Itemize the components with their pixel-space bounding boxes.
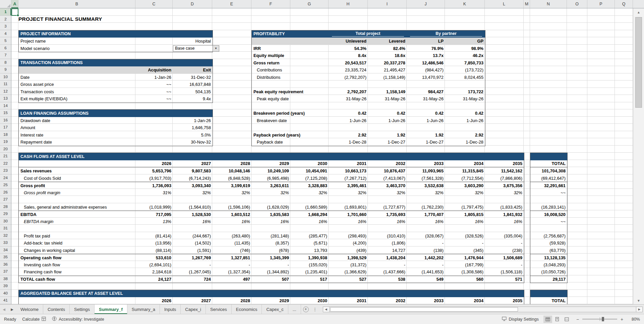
- row-header-27[interactable]: 27: [0, 196, 11, 203]
- cell-value[interactable]: 20,543,517: [329, 59, 368, 67]
- cell-value[interactable]: (439): [329, 247, 368, 254]
- row-header-2[interactable]: 2: [0, 16, 11, 23]
- cell-value[interactable]: 18.6x: [368, 52, 407, 59]
- scroll-left-icon[interactable]: ◀: [323, 307, 330, 312]
- cell-value[interactable]: 16%: [252, 218, 291, 225]
- cell-value[interactable]: ~~: [136, 95, 173, 103]
- row-header-29[interactable]: 29: [0, 210, 11, 218]
- cell-value[interactable]: (2,756,687): [530, 232, 567, 240]
- cell-value[interactable]: (69,412,647): [530, 175, 567, 182]
- cell-value[interactable]: 517: [291, 276, 329, 283]
- cell-value[interactable]: (167,799): [445, 261, 485, 269]
- cell-value[interactable]: 3,093,340: [173, 182, 213, 189]
- cell-value[interactable]: 1,327,851: [213, 254, 252, 261]
- cell-value[interactable]: 527: [329, 276, 368, 283]
- cell-value[interactable]: (4,200): [329, 239, 368, 247]
- cell-value[interactable]: 31-Dec-32: [173, 74, 213, 81]
- row-header-35[interactable]: 35: [0, 254, 11, 261]
- row-header-30[interactable]: 30: [0, 218, 11, 225]
- cell-value[interactable]: [485, 196, 524, 204]
- row-header-28[interactable]: 28: [0, 203, 11, 211]
- row-header-24[interactable]: 24: [0, 174, 11, 182]
- cell-value[interactable]: 32%: [368, 189, 407, 197]
- cell-value[interactable]: 10,663,173: [329, 167, 368, 175]
- cell-value[interactable]: (7,125,208): [291, 175, 329, 182]
- cell-value[interactable]: (238): [485, 247, 524, 254]
- cell-value[interactable]: 2.92: [329, 131, 368, 139]
- row-label[interactable]: Date: [19, 74, 136, 81]
- cell-value[interactable]: (173,722): [445, 66, 485, 74]
- cell-value[interactable]: 1-Dec-27: [407, 139, 445, 146]
- cell-value[interactable]: [368, 124, 407, 131]
- cell-value[interactable]: (263,480): [213, 232, 252, 240]
- sheet-tab-economics[interactable]: Economics: [232, 305, 262, 314]
- cell-value[interactable]: 571: [485, 276, 524, 283]
- cell-value[interactable]: 31-May-26: [329, 95, 368, 103]
- cell-value[interactable]: 46.2x: [445, 52, 485, 59]
- cell-value[interactable]: 5.0%: [136, 131, 213, 139]
- cell-value[interactable]: [252, 196, 291, 204]
- cell-value[interactable]: [368, 103, 407, 110]
- cell-value[interactable]: (1,437,666): [368, 268, 407, 276]
- cell-value[interactable]: 724: [173, 276, 213, 283]
- cell-value[interactable]: 23,335,724: [329, 66, 368, 74]
- cell-value[interactable]: [530, 225, 567, 232]
- row-header-41[interactable]: 41: [0, 297, 11, 304]
- column-header-O[interactable]: O: [567, 0, 587, 8]
- cell-value[interactable]: (7,866,806): [485, 175, 524, 182]
- cell-value[interactable]: 1,805,815: [445, 211, 485, 218]
- cell-value[interactable]: 3,328,883: [291, 182, 329, 189]
- cell-value[interactable]: (1,235,401): [291, 268, 329, 276]
- row-header-10[interactable]: 10: [0, 73, 11, 81]
- cell-value[interactable]: 1-Jun-26: [445, 117, 485, 124]
- row-label[interactable]: Investing cash flow: [19, 261, 136, 269]
- cell-value[interactable]: 1,528,530: [173, 211, 213, 218]
- sheet-tab-services[interactable]: Services: [206, 305, 232, 314]
- horizontal-scroll-track[interactable]: [330, 307, 636, 312]
- cell-value[interactable]: 1,646,758: [136, 124, 213, 131]
- cell-value[interactable]: 1,158,149: [368, 88, 407, 96]
- cell-value[interactable]: [136, 225, 173, 232]
- cell-value[interactable]: (11,435): [213, 239, 252, 247]
- scenario-dropdown[interactable]: Base case▼: [173, 45, 219, 52]
- cell-value[interactable]: 3,603,290: [445, 182, 485, 189]
- row-label[interactable]: Sales revenues: [19, 167, 136, 175]
- cell-value[interactable]: [445, 196, 485, 204]
- cell-value[interactable]: 1-Dec-27: [368, 139, 407, 146]
- horizontal-scroll-thumb[interactable]: [330, 307, 518, 312]
- row-label[interactable]: Transaction costs: [19, 88, 136, 96]
- row-label[interactable]: Exit multiple (EV/EBIDA): [19, 95, 136, 103]
- sheet-tab-capex-i[interactable]: Capex_i: [181, 305, 206, 314]
- row-header-4[interactable]: 4: [0, 30, 11, 38]
- tab-nav-right-icon[interactable]: ▶: [8, 305, 16, 314]
- cell-value[interactable]: 1,770,407: [407, 211, 445, 218]
- row-label[interactable]: [19, 196, 136, 204]
- cell-value[interactable]: (63,770): [530, 247, 567, 254]
- cell-value[interactable]: (59,928): [530, 239, 567, 247]
- cell-value[interactable]: 16,637,848: [173, 81, 213, 88]
- cell-value[interactable]: [173, 196, 213, 204]
- cell-value[interactable]: 13,128,135: [530, 254, 567, 261]
- cell-value[interactable]: (1,727,677): [368, 204, 407, 211]
- row-label[interactable]: [252, 124, 329, 131]
- cell-value[interactable]: (6,985,498): [252, 175, 291, 182]
- column-header-Q[interactable]: Q: [615, 0, 633, 8]
- cell-value[interactable]: (7,413,067): [368, 175, 407, 182]
- row-label[interactable]: Distributions: [252, 74, 329, 81]
- cell-value[interactable]: [252, 225, 291, 232]
- column-header-I[interactable]: I: [368, 0, 407, 8]
- cell-value[interactable]: 538: [368, 276, 407, 283]
- cell-value[interactable]: 1,635,583: [252, 211, 291, 218]
- row-label[interactable]: Model scenario: [19, 45, 136, 52]
- cell-value[interactable]: (155,020): [291, 261, 329, 269]
- cell-value[interactable]: (328,526): [445, 232, 485, 240]
- row-header-3[interactable]: 3: [0, 23, 11, 30]
- row-header-21[interactable]: 21: [0, 153, 11, 160]
- row-header-34[interactable]: 34: [0, 247, 11, 254]
- row-label[interactable]: Gross return: [252, 59, 329, 67]
- cell-value[interactable]: 13.7x: [407, 52, 445, 59]
- cell-value[interactable]: [329, 81, 368, 88]
- cell-value[interactable]: 16%: [291, 218, 329, 225]
- row-header-37[interactable]: 37: [0, 268, 11, 275]
- row-label[interactable]: Repayment date: [19, 139, 136, 146]
